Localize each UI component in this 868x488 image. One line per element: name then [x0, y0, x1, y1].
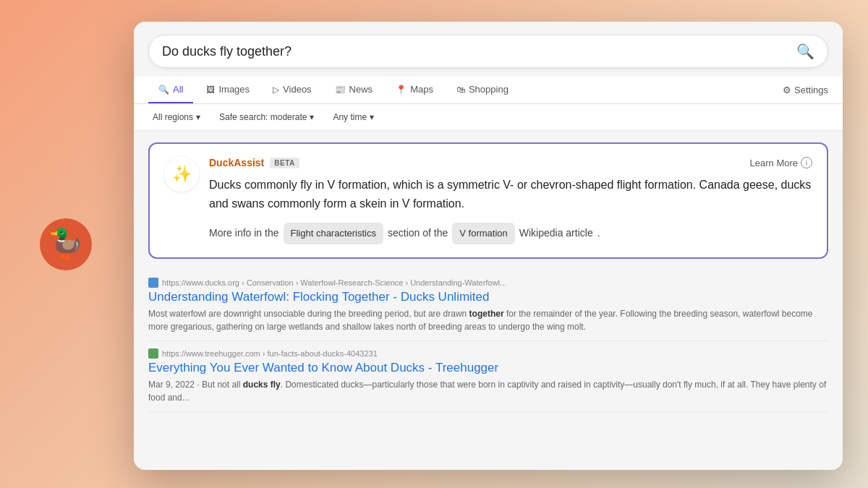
result-url-1: https://www.ducks.org › Conservation › W…	[148, 278, 828, 288]
magic-wand-icon: ✨	[172, 165, 192, 184]
chevron-down-icon-2: ▾	[310, 112, 314, 122]
browser-window: Do ducks fly together? 🔍 🔍 All 🖼 Images …	[134, 22, 843, 470]
result-title-2[interactable]: Everything You Ever Wanted to Know About…	[148, 361, 828, 375]
time-filter[interactable]: Any time ▾	[328, 110, 378, 124]
search-bar-area: Do ducks fly together? 🔍	[134, 22, 843, 77]
tab-all[interactable]: 🔍 All	[148, 77, 193, 103]
result-snippet-1: Most waterfowl are downright unsociable …	[148, 307, 828, 333]
region-filter[interactable]: All regions ▾	[148, 110, 205, 124]
tab-shopping[interactable]: 🛍 Shopping	[446, 77, 519, 103]
duckassist-body: Ducks commonly fly in V formation, which…	[209, 176, 812, 213]
favicon-2	[148, 348, 158, 359]
ddg-logo: 🦆	[40, 218, 92, 270]
news-icon: 📰	[335, 85, 346, 95]
chevron-down-icon: ▾	[196, 112, 200, 122]
result-url-2: https://www.treehugger.com › fun-facts-a…	[148, 348, 828, 359]
wand-icon-wrapper: ✨	[164, 157, 199, 192]
duckassist-content: DuckAssist BETA Learn More i Ducks commo…	[209, 157, 812, 244]
result-title-1[interactable]: Understanding Waterfowl: Flocking Togeth…	[148, 290, 828, 304]
filter-row: All regions ▾ Safe search: moderate ▾ An…	[134, 104, 843, 131]
duckassist-name: DuckAssist	[209, 157, 264, 168]
search-input-wrapper[interactable]: Do ducks fly together? 🔍	[148, 35, 828, 68]
all-icon: 🔍	[158, 85, 169, 95]
flight-characteristics-pill[interactable]: Flight characteristics	[284, 223, 383, 244]
result-item: https://www.ducks.org › Conservation › W…	[148, 270, 828, 341]
duckassist-card: ✨ DuckAssist BETA Learn More i Ducks com…	[148, 142, 828, 259]
nav-tabs: 🔍 All 🖼 Images ▷ Videos 📰 News 📍 Maps 🛍 …	[134, 77, 843, 104]
search-icon[interactable]: 🔍	[796, 43, 814, 60]
beta-badge: BETA	[270, 158, 299, 168]
settings-icon: ⚙	[783, 85, 791, 95]
tab-images[interactable]: 🖼 Images	[196, 77, 260, 103]
images-icon: 🖼	[206, 85, 215, 95]
maps-icon: 📍	[396, 85, 407, 95]
content-area: ✨ DuckAssist BETA Learn More i Ducks com…	[134, 131, 843, 470]
settings-tab[interactable]: ⚙ Settings	[783, 85, 828, 95]
v-formation-pill[interactable]: V formation	[452, 223, 514, 244]
ddg-logo-circle: 🦆	[40, 218, 92, 270]
ddg-duck-icon: 🦆	[48, 227, 84, 261]
duckassist-header: DuckAssist BETA Learn More i	[209, 157, 812, 168]
shopping-icon: 🛍	[456, 85, 465, 95]
info-icon[interactable]: i	[801, 157, 812, 168]
tab-news[interactable]: 📰 News	[325, 77, 383, 103]
tab-videos[interactable]: ▷ Videos	[263, 77, 322, 103]
learn-more-button[interactable]: Learn More i	[750, 157, 812, 168]
search-query-text: Do ducks fly together?	[162, 44, 796, 59]
favicon-1	[148, 278, 158, 288]
tab-maps[interactable]: 📍 Maps	[386, 77, 443, 103]
videos-icon: ▷	[273, 85, 279, 95]
result-snippet-2: Mar 9, 2022 · But not all ducks fly. Dom…	[148, 378, 828, 404]
result-item-2: https://www.treehugger.com › fun-facts-a…	[148, 341, 828, 412]
safe-search-filter[interactable]: Safe search: moderate ▾	[215, 110, 318, 124]
duckassist-label: DuckAssist BETA	[209, 157, 299, 168]
main-column: ✨ DuckAssist BETA Learn More i Ducks com…	[148, 142, 828, 470]
chevron-down-icon-3: ▾	[370, 112, 374, 122]
more-info-line: More info in the Flight characteristics …	[209, 223, 812, 244]
